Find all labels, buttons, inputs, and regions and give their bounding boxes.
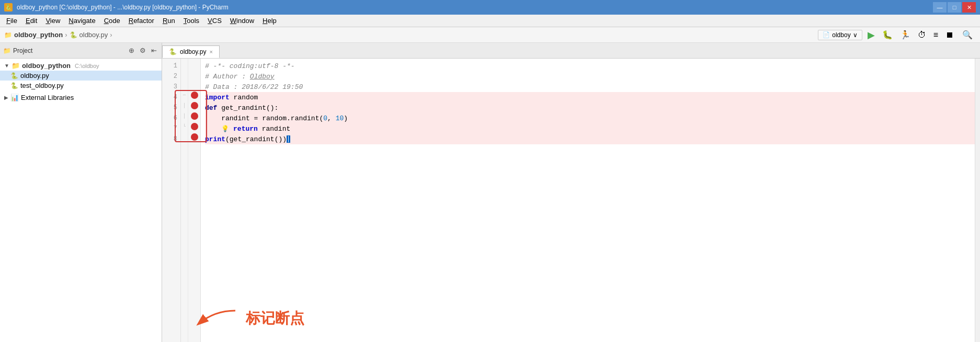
menu-vcs[interactable]: VCS xyxy=(203,16,226,26)
fold-2 xyxy=(181,69,188,79)
main-area: 📁 Project ⊕ ⚙ ⇤ ▼ 📁 oldboy_python C:\old… xyxy=(0,43,980,342)
code-line-8: print(get_randint())| xyxy=(205,134,975,144)
line-num-6: 6 xyxy=(165,113,177,123)
window-controls: — □ ✕ xyxy=(933,2,976,13)
cursor: | xyxy=(287,135,290,143)
line-num-8: 8 xyxy=(165,134,177,144)
fold-4: ─ xyxy=(181,90,188,100)
code-editor[interactable]: 1 2 3 4 5 6 7 8 ─ │ xyxy=(162,59,980,342)
breadcrumb-file[interactable]: oldboy.py xyxy=(79,31,108,39)
project-panel: 📁 Project ⊕ ⚙ ⇤ ▼ 📁 oldboy_python C:\old… xyxy=(0,43,162,342)
code-content[interactable]: # -*- coding:utf-8 -*- # Author : Oldboy… xyxy=(201,59,975,342)
editor-area: 🐍 oldboy.py × 1 2 3 4 5 6 7 8 xyxy=(162,43,980,342)
breadcrumb-folder[interactable]: oldboy_python xyxy=(14,31,63,39)
project-tree: ▼ 📁 oldboy_python C:\oldboy 🐍 oldboy.py … xyxy=(0,59,162,342)
breakpoint-4 xyxy=(191,92,198,99)
bp-slot-7[interactable] xyxy=(188,121,200,132)
project-label: 📁 xyxy=(3,47,11,54)
bp-slot-5[interactable] xyxy=(188,100,200,111)
line-num-7: 7 xyxy=(165,123,177,134)
fold-5: │ xyxy=(181,100,188,111)
menu-window[interactable]: Window xyxy=(226,16,258,26)
bp-slot-6[interactable] xyxy=(188,111,200,121)
run-config-dropdown[interactable]: 📄 oldboy ∨ xyxy=(818,30,862,40)
breakpoint-area xyxy=(188,59,201,342)
tree-root-folder[interactable]: ▼ 📁 oldboy_python C:\oldboy xyxy=(0,61,162,71)
chevron-down-icon: ∨ xyxy=(853,31,858,39)
menu-tools[interactable]: Tools xyxy=(179,16,203,26)
py-file-icon: 🐍 xyxy=(10,72,18,79)
tree-file-test-oldboy[interactable]: 🐍 test_oldboy.py xyxy=(0,81,162,90)
code-line-2: # Author : Oldboy xyxy=(205,71,975,82)
title-bar: 🐍 oldboy_python [C:\oldboy_python] - ...… xyxy=(0,0,980,15)
lightbulb-icon: 💡 xyxy=(221,125,229,133)
fold-6: │ xyxy=(181,111,188,121)
menu-help[interactable]: Help xyxy=(258,16,281,26)
tree-file-test-oldboy-label: test_oldboy.py xyxy=(20,82,64,89)
tab-oldboy-py[interactable]: 🐍 oldboy.py × xyxy=(162,45,220,58)
tab-filename: oldboy.py xyxy=(180,48,206,55)
breakpoint-6 xyxy=(191,112,198,120)
tree-file-oldboy[interactable]: 🐍 oldboy.py xyxy=(0,71,162,81)
menu-file[interactable]: File xyxy=(2,16,21,26)
code-comment-3: # Data : 2018/6/22 19:50 xyxy=(205,83,303,91)
py-file-icon: 🐍 xyxy=(10,82,18,89)
profile-button[interactable]: ⏱ xyxy=(916,29,928,41)
stop-button[interactable]: ⏹ xyxy=(943,29,956,41)
menu-view[interactable]: View xyxy=(41,16,64,26)
keyword-import: import xyxy=(205,94,230,101)
breakpoint-5 xyxy=(191,102,198,109)
root-folder-name: oldboy_python xyxy=(22,62,71,70)
close-button[interactable]: ✕ xyxy=(962,2,976,13)
chevron-down-icon: ▼ xyxy=(4,63,9,69)
toolbar-right: 📄 oldboy ∨ ▶ 🐛 🏃 ⏱ ≡ ⏹ 🔍 xyxy=(818,28,976,42)
fold-7: └ xyxy=(181,121,188,132)
settings-button[interactable]: ⚙ xyxy=(138,46,147,55)
fold-3 xyxy=(181,79,188,90)
menu-edit[interactable]: Edit xyxy=(21,16,41,26)
tree-file-oldboy-label: oldboy.py xyxy=(20,72,49,79)
maximize-button[interactable]: □ xyxy=(948,2,961,13)
chevron-right-icon: ▶ xyxy=(4,95,8,100)
breadcrumb-sep1: › xyxy=(65,31,67,39)
tab-bar: 🐍 oldboy.py × xyxy=(162,43,980,59)
tab-close-button[interactable]: × xyxy=(209,49,212,55)
app-icon: 🐍 xyxy=(4,3,13,12)
fold-area: ─ │ │ └ xyxy=(181,59,188,342)
breadcrumb-sep2: › xyxy=(110,31,112,39)
fold-1 xyxy=(181,59,188,69)
code-line-1: # -*- coding:utf-8 -*- xyxy=(205,61,975,71)
sync-button[interactable]: ⊕ xyxy=(127,46,136,55)
debug-button[interactable]: 🐛 xyxy=(880,29,895,41)
minimize-button[interactable]: — xyxy=(933,2,947,13)
code-line-3: # Data : 2018/6/22 19:50 xyxy=(205,82,975,92)
project-toolbar: 📁 Project ⊕ ⚙ ⇤ xyxy=(0,43,162,59)
keyword-def: def xyxy=(205,104,217,112)
coverage-button[interactable]: 🏃 xyxy=(898,29,913,41)
search-button[interactable]: 🔍 xyxy=(959,29,976,41)
menu-code[interactable]: Code xyxy=(100,16,124,26)
menu-run[interactable]: Run xyxy=(158,16,179,26)
code-line-5: def get_randint(): xyxy=(205,102,975,113)
right-scrollbar[interactable] xyxy=(975,59,980,342)
run-button[interactable]: ▶ xyxy=(865,28,877,42)
bp-slot-1[interactable] xyxy=(188,59,200,69)
breadcrumb-bar: 📁 oldboy_python › 🐍 oldboy.py › 📄 oldboy… xyxy=(0,27,980,43)
collapse-button[interactable]: ⇤ xyxy=(150,46,158,55)
line-num-3: 3 xyxy=(165,82,177,92)
menu-refactor[interactable]: Refactor xyxy=(124,16,158,26)
bp-slot-4[interactable] xyxy=(188,90,200,100)
build-button[interactable]: ≡ xyxy=(931,29,940,41)
keyword-return: return xyxy=(233,125,258,133)
bp-slot-2[interactable] xyxy=(188,69,200,79)
tree-external-libraries[interactable]: ▶ 📊 External Libraries xyxy=(0,93,162,102)
code-line-7: 💡 return randint xyxy=(205,123,975,134)
menu-navigate[interactable]: Navigate xyxy=(64,16,99,26)
bp-slot-3[interactable] xyxy=(188,79,200,90)
breadcrumb: 📁 oldboy_python › 🐍 oldboy.py › xyxy=(4,31,112,39)
breakpoint-7 xyxy=(191,123,198,130)
code-line-4: import random xyxy=(205,92,975,102)
menu-bar: File Edit View Navigate Code Refactor Ru… xyxy=(0,15,980,27)
line-numbers: 1 2 3 4 5 6 7 8 xyxy=(162,59,181,342)
bp-slot-8[interactable] xyxy=(188,132,200,142)
